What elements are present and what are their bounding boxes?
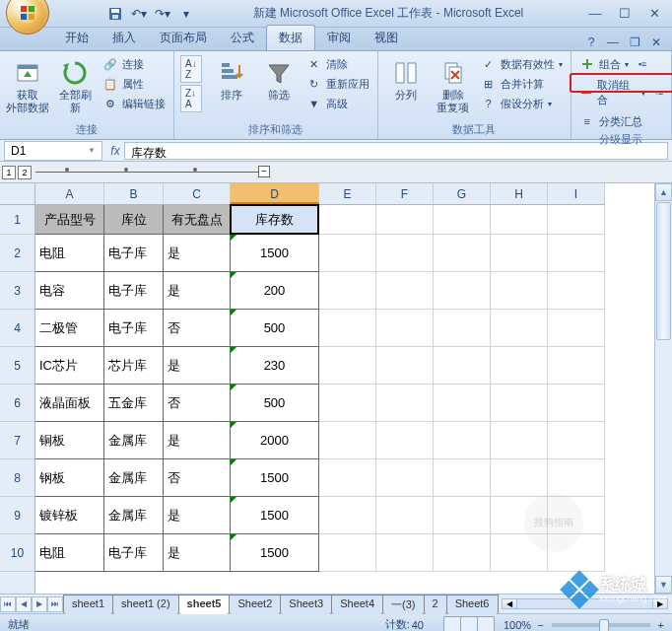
sheet-tab[interactable]: Sheet4 bbox=[331, 595, 383, 614]
cell[interactable] bbox=[376, 459, 434, 497]
cell[interactable] bbox=[434, 385, 491, 422]
cell[interactable] bbox=[491, 310, 548, 347]
cell[interactable] bbox=[491, 385, 548, 422]
col-header-D[interactable]: D bbox=[231, 183, 319, 204]
data-cell[interactable]: 电阻 bbox=[35, 534, 104, 572]
cell[interactable] bbox=[319, 272, 376, 310]
clear-filter-button[interactable]: ✕清除 bbox=[304, 55, 371, 73]
data-cell[interactable]: 液晶面板 bbox=[35, 385, 104, 422]
consolidate-button[interactable]: ⊞合并计算 bbox=[479, 75, 565, 93]
cell[interactable] bbox=[376, 310, 434, 347]
cell[interactable] bbox=[319, 422, 376, 459]
data-cell[interactable]: 是 bbox=[164, 422, 231, 459]
data-cell[interactable]: 金属库 bbox=[104, 422, 164, 459]
sheet-tab[interactable]: 2 bbox=[424, 595, 447, 614]
data-cell[interactable]: 是 bbox=[164, 235, 231, 272]
row-header-6[interactable]: 6 bbox=[0, 385, 34, 422]
sheet-nav-prev[interactable]: ◀ bbox=[16, 596, 32, 612]
cell[interactable] bbox=[376, 534, 434, 572]
sheet-nav-first[interactable]: ⏮ bbox=[0, 596, 16, 612]
cell[interactable] bbox=[376, 347, 434, 385]
tab-layout[interactable]: 页面布局 bbox=[148, 26, 219, 50]
data-cell[interactable]: 电容 bbox=[35, 272, 104, 310]
data-cell[interactable]: 电子库 bbox=[104, 235, 164, 272]
row-header-7[interactable]: 7 bbox=[0, 422, 34, 459]
filter-button[interactable]: 筛选 bbox=[257, 55, 301, 104]
row-header-9[interactable]: 9 bbox=[0, 497, 34, 534]
namebox-dropdown-icon[interactable]: ▼ bbox=[88, 146, 96, 155]
get-external-data-button[interactable]: 获取 外部数据 bbox=[6, 55, 49, 116]
row-header-3[interactable]: 3 bbox=[0, 272, 34, 310]
data-cell[interactable]: 镀锌板 bbox=[35, 497, 104, 534]
row-header-8[interactable]: 8 bbox=[0, 459, 34, 497]
sheet-tab[interactable]: sheet1 (2) bbox=[112, 595, 179, 614]
cell[interactable] bbox=[548, 310, 605, 347]
data-cell[interactable]: 电子库 bbox=[104, 534, 164, 572]
fx-button[interactable]: fx bbox=[106, 144, 124, 158]
row-header-2[interactable]: 2 bbox=[0, 235, 34, 272]
sort-button[interactable]: 排序 bbox=[210, 55, 253, 104]
tab-view[interactable]: 视图 bbox=[363, 26, 410, 50]
close-button[interactable]: ✕ bbox=[640, 5, 668, 23]
cell[interactable] bbox=[548, 385, 605, 422]
sort-desc-button[interactable]: Z↓A bbox=[180, 85, 202, 112]
data-cell[interactable]: 否 bbox=[164, 459, 231, 497]
sheet-tab[interactable]: sheet5 bbox=[178, 595, 231, 614]
cell[interactable] bbox=[434, 205, 491, 235]
cell[interactable] bbox=[491, 272, 548, 310]
outline-level-2[interactable]: 2 bbox=[18, 166, 32, 179]
save-icon[interactable] bbox=[106, 5, 124, 23]
properties-button[interactable]: 📋属性 bbox=[101, 75, 168, 93]
sheet-tab[interactable]: Sheet6 bbox=[446, 595, 499, 614]
cell[interactable] bbox=[491, 235, 548, 272]
data-cell[interactable]: 500 bbox=[231, 310, 319, 347]
data-cell[interactable]: 230 bbox=[231, 347, 319, 385]
cell[interactable] bbox=[434, 459, 491, 497]
ribbon-close-icon[interactable]: ✕ bbox=[648, 35, 664, 50]
view-buttons[interactable] bbox=[443, 616, 494, 632]
cell[interactable] bbox=[434, 310, 491, 347]
cell[interactable] bbox=[548, 272, 605, 310]
edit-links-button[interactable]: ⚙编辑链接 bbox=[101, 95, 168, 112]
refresh-all-button[interactable]: 全部刷新 bbox=[53, 55, 97, 116]
advanced-filter-button[interactable]: ▼高级 bbox=[304, 95, 371, 112]
cell[interactable] bbox=[434, 235, 491, 272]
ribbon-minimize-icon[interactable]: — bbox=[605, 35, 621, 50]
cell[interactable] bbox=[319, 534, 376, 572]
connections-button[interactable]: 🔗连接 bbox=[101, 55, 168, 73]
cell[interactable] bbox=[548, 235, 605, 272]
cell[interactable] bbox=[319, 347, 376, 385]
data-cell[interactable]: 二极管 bbox=[35, 310, 104, 347]
cell[interactable] bbox=[319, 385, 376, 422]
sheet-tab[interactable]: 一(3) bbox=[382, 595, 424, 614]
data-cell[interactable]: 否 bbox=[164, 310, 231, 347]
ribbon-restore-icon[interactable]: ❐ bbox=[627, 35, 642, 50]
cell[interactable] bbox=[434, 497, 491, 534]
select-all-corner[interactable] bbox=[0, 183, 35, 205]
data-cell[interactable]: 电阻 bbox=[35, 235, 104, 272]
tab-review[interactable]: 审阅 bbox=[315, 26, 363, 50]
cell[interactable] bbox=[376, 272, 434, 310]
data-cell[interactable]: 是 bbox=[164, 347, 231, 385]
col-header-A[interactable]: A bbox=[35, 183, 104, 204]
cell[interactable] bbox=[376, 422, 434, 459]
header-cell[interactable]: 库存数 bbox=[231, 205, 319, 235]
header-cell[interactable]: 库位 bbox=[104, 205, 164, 235]
data-cell[interactable]: 钢板 bbox=[35, 459, 104, 497]
remove-duplicates-button[interactable]: 删除 重复项 bbox=[432, 55, 475, 116]
outline-collapse-button[interactable]: − bbox=[258, 166, 270, 177]
header-cell[interactable]: 产品型号 bbox=[35, 205, 104, 235]
data-cell[interactable]: IC芯片 bbox=[35, 347, 104, 385]
sheet-tab[interactable]: Sheet3 bbox=[280, 595, 332, 614]
row-header-4[interactable]: 4 bbox=[0, 310, 34, 347]
data-cell[interactable]: 2000 bbox=[231, 422, 319, 459]
qat-dropdown-icon[interactable]: ▾ bbox=[177, 5, 195, 23]
data-cell[interactable]: 铜板 bbox=[35, 422, 104, 459]
header-cell[interactable]: 有无盘点 bbox=[164, 205, 231, 235]
tab-insert[interactable]: 插入 bbox=[101, 26, 148, 50]
row-header-10[interactable]: 10 bbox=[0, 534, 34, 572]
row-header-5[interactable]: 5 bbox=[0, 347, 34, 385]
scroll-up-button[interactable]: ▲ bbox=[655, 183, 672, 201]
minimize-button[interactable]: — bbox=[581, 5, 609, 23]
reapply-button[interactable]: ↻重新应用 bbox=[304, 75, 371, 93]
